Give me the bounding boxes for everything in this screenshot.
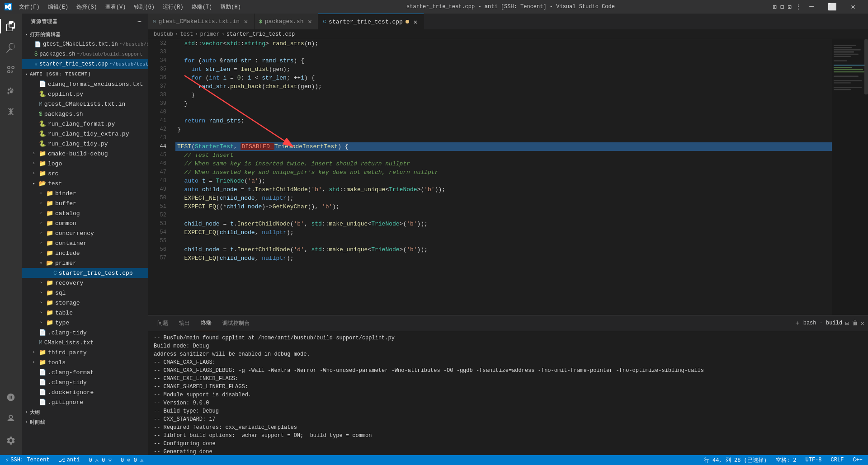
sidebar-item-cmakelists[interactable]: M CMakeLists.txt — [22, 338, 148, 348]
panel-split-icon[interactable]: ⊟ — [845, 319, 849, 327]
new-file-icon[interactable]: ⋯ — [137, 17, 143, 26]
sidebar-item-primer[interactable]: ▾ 📂 primer — [22, 258, 148, 268]
sh-file-icon: $ — [34, 51, 38, 57]
terminal-content[interactable]: -- BusTub/main found cpplint at /home/an… — [148, 331, 868, 455]
menu-select[interactable]: 选择(S) — [73, 2, 101, 12]
open-file-cpp[interactable]: ✕ starter_trie_test.cpp ~/bustub/test/pr… — [22, 59, 148, 69]
panel-plus-icon[interactable]: ＋ — [794, 319, 801, 327]
breadcrumb-test[interactable]: test — [180, 31, 193, 38]
sidebar-item-logo[interactable]: › 📁 logo — [22, 159, 148, 169]
sidebar-item-tools[interactable]: › 📁 tools — [22, 357, 148, 367]
sidebar-item-recovery[interactable]: › 📁 recovery — [22, 278, 148, 288]
sidebar-item-run-clang-tidy[interactable]: 🐍 run_clang_tidy.py — [22, 139, 148, 149]
timeline-section[interactable]: › 时间线 — [22, 417, 148, 427]
panel-close-icon[interactable]: ✕ — [861, 319, 864, 327]
menu-bar[interactable]: 文件(F) 编辑(E) 选择(S) 查看(V) 转到(G) 运行(R) 终端(T… — [15, 2, 245, 12]
errors-status[interactable]: 0 ⊗ 0 ⚠ — [119, 455, 145, 465]
menu-view[interactable]: 查看(V) — [102, 2, 130, 12]
code-content[interactable]: std::vector<std::string> rand_strs(n); f… — [171, 39, 832, 315]
explorer-icon[interactable] — [0, 15, 22, 37]
tab-cmake[interactable]: M gtest_CMakeLists.txt.in ✕ — [148, 14, 255, 29]
menu-goto[interactable]: 转到(G) — [130, 2, 158, 12]
tab-cpp-active[interactable]: C starter_trie_test.cpp ✕ — [318, 14, 424, 29]
source-control-icon[interactable] — [0, 59, 22, 80]
sidebar-item-gitignore[interactable]: 📄 .gitignore — [22, 397, 148, 407]
sidebar-item-clang-tidy2[interactable]: 📄 .clang-tidy — [22, 377, 148, 387]
breadcrumb-file[interactable]: starter_trie_test.cpp — [226, 31, 295, 38]
sidebar-item-table[interactable]: › 📁 table — [22, 308, 148, 318]
language-status[interactable]: C++ — [851, 455, 864, 465]
editor-area: M gtest_CMakeLists.txt.in ✕ $ packages.s… — [148, 14, 868, 455]
run-debug-icon[interactable] — [0, 80, 22, 102]
sidebar-item-run-clang[interactable]: 🐍 run_clang_format.py — [22, 119, 148, 129]
sidebar-item-type[interactable]: › 📁 type — [22, 318, 148, 328]
settings-icon[interactable] — [0, 430, 22, 451]
minimize-button[interactable]: ─ — [801, 0, 822, 14]
position-status[interactable]: 行 44, 列 28 (已选择) — [702, 455, 769, 465]
maximize-button[interactable]: ⬜ — [822, 0, 843, 14]
panel-tab-debug[interactable]: 调试控制台 — [217, 315, 255, 331]
sidebar-item-test[interactable]: ▾ 📂 test — [22, 178, 148, 188]
main-layout: 资源管理器 ⋯ ▾ 打开的编辑器 📄 gtest_CMakeLists.txt.… — [0, 14, 868, 455]
sidebar-content[interactable]: ▾ 打开的编辑器 📄 gtest_CMakeLists.txt.in ~/bus… — [22, 29, 148, 455]
code-editor[interactable]: 32 33 34 35 36 37 38 39 40 41 42 43 44 4… — [148, 39, 868, 315]
sidebar-item-catalog[interactable]: › 📁 catalog — [22, 208, 148, 218]
sidebar-item-storage[interactable]: › 📁 storage — [22, 298, 148, 308]
sidebar-item-clang-tidy-file[interactable]: 📄 .clang-tidy — [22, 328, 148, 338]
breadcrumb-bustub[interactable]: bustub — [154, 31, 173, 38]
sidebar-item-container[interactable]: › 📁 container — [22, 238, 148, 248]
encoding-status[interactable]: UTF-8 — [804, 455, 824, 465]
panel-tab-output[interactable]: 输出 — [174, 315, 195, 331]
line-ending-status[interactable]: CRLF — [829, 455, 846, 465]
line-35: int str_len = len_dist(gen); — [175, 65, 832, 74]
tab-cmake-close[interactable]: ✕ — [242, 18, 250, 25]
status-bar-right: 行 44, 列 28 (已选择) 空格: 2 UTF-8 CRLF C++ — [702, 455, 864, 465]
tab-sh-close[interactable]: ✕ — [306, 18, 313, 25]
extensions-icon[interactable] — [0, 102, 22, 124]
remote-explorer-icon[interactable] — [0, 386, 22, 408]
panel-tab-terminal[interactable]: 终端 — [195, 315, 217, 331]
open-file-cmake[interactable]: 📄 gtest_CMakeLists.txt.in ~/bustub/build… — [22, 39, 148, 49]
sidebar-item-dockerignore[interactable]: 📄 .dockerignore — [22, 387, 148, 397]
sidebar-item-packages[interactable]: $ packages.sh — [22, 109, 148, 119]
svg-rect-12 — [834, 69, 863, 70]
menu-file[interactable]: 文件(F) — [15, 2, 43, 12]
sidebar-item-run-clang-extra[interactable]: 🐍 run_clang_tidy_extra.py — [22, 129, 148, 139]
anti-section[interactable]: ▾ ANTI [SSH: TENCENT] — [22, 69, 148, 79]
sidebar-item-src[interactable]: › 📁 src — [22, 169, 148, 178]
spaces-status[interactable]: 空格: 2 — [774, 455, 798, 465]
branch-status[interactable]: ⎇ anti — [57, 455, 82, 465]
sidebar-item-buffer[interactable]: › 📁 buffer — [22, 198, 148, 208]
outline-section[interactable]: › 大纲 — [22, 407, 148, 417]
sidebar-item-clang-format-excl[interactable]: 📄 clang_format_exclusions.txt — [22, 79, 148, 89]
open-file-sh[interactable]: $ packages.sh ~/bustub/build_support — [22, 49, 148, 59]
sidebar-item-cmake-build-debug[interactable]: › 📁 cmake-build-debug — [22, 149, 148, 159]
menu-run[interactable]: 运行(R) — [159, 2, 187, 12]
window-controls[interactable]: ⊞ ⊟ ⊡ ⋮ ─ ⬜ ✕ — [777, 0, 863, 14]
sync-status[interactable]: 0 △ 0 ▽ — [87, 455, 113, 465]
sidebar-item-gtest-cmake[interactable]: M gtest_CMakeLists.txt.in — [22, 99, 148, 109]
sidebar-item-concurrency[interactable]: › 📁 concurrency — [22, 228, 148, 238]
search-icon[interactable] — [0, 37, 22, 59]
breadcrumb-primer[interactable]: primer — [200, 31, 219, 38]
sidebar-item-clang-format[interactable]: 📄 .clang-format — [22, 367, 148, 377]
sidebar-item-starter-trie[interactable]: C starter_trie_test.cpp — [22, 268, 148, 278]
close-button[interactable]: ✕ — [843, 0, 863, 14]
sidebar-item-binder[interactable]: › 📁 binder — [22, 188, 148, 198]
panel-tab-problems[interactable]: 问题 — [152, 315, 174, 331]
panel-trash-icon[interactable]: 🗑 — [852, 319, 858, 327]
sidebar-item-include[interactable]: › 📁 include — [22, 248, 148, 258]
tab-sh[interactable]: $ packages.sh ✕ — [255, 14, 318, 29]
sidebar-item-common[interactable]: › 📁 common — [22, 218, 148, 228]
open-editors-section[interactable]: ▾ 打开的编辑器 — [22, 29, 148, 39]
menu-terminal[interactable]: 终端(T) — [188, 2, 216, 12]
sidebar-item-cpplint[interactable]: 🐍 cpplint.py — [22, 89, 148, 99]
tab-cpp-close[interactable]: ✕ — [412, 18, 419, 25]
menu-edit[interactable]: 编辑(E) — [44, 2, 72, 12]
sidebar-item-third-party[interactable]: › 📁 third_party — [22, 348, 148, 357]
sidebar-actions[interactable]: ⋯ — [137, 17, 143, 26]
ssh-status[interactable]: ⚡ SSH: Tencent — [4, 455, 52, 465]
sidebar-item-sql[interactable]: › 📁 sql — [22, 288, 148, 298]
account-icon[interactable] — [0, 408, 22, 430]
menu-help[interactable]: 帮助(H) — [217, 2, 245, 12]
